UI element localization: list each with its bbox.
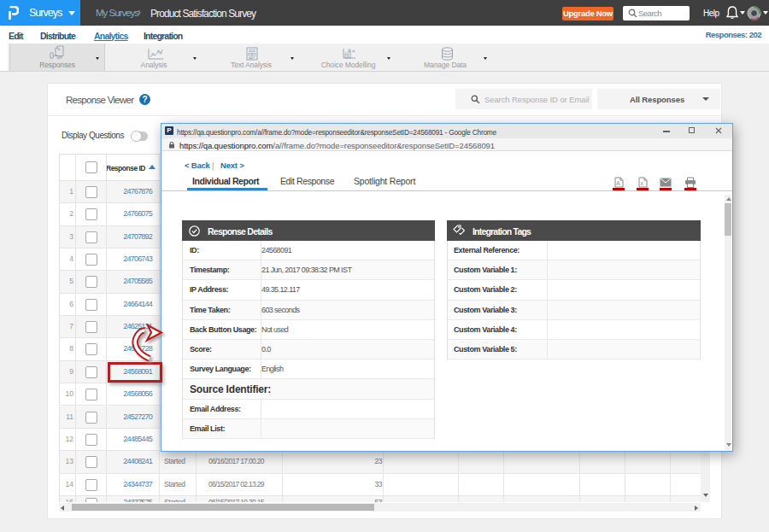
- svg-text:A: A: [616, 180, 620, 186]
- svg-text:x: x: [641, 180, 644, 186]
